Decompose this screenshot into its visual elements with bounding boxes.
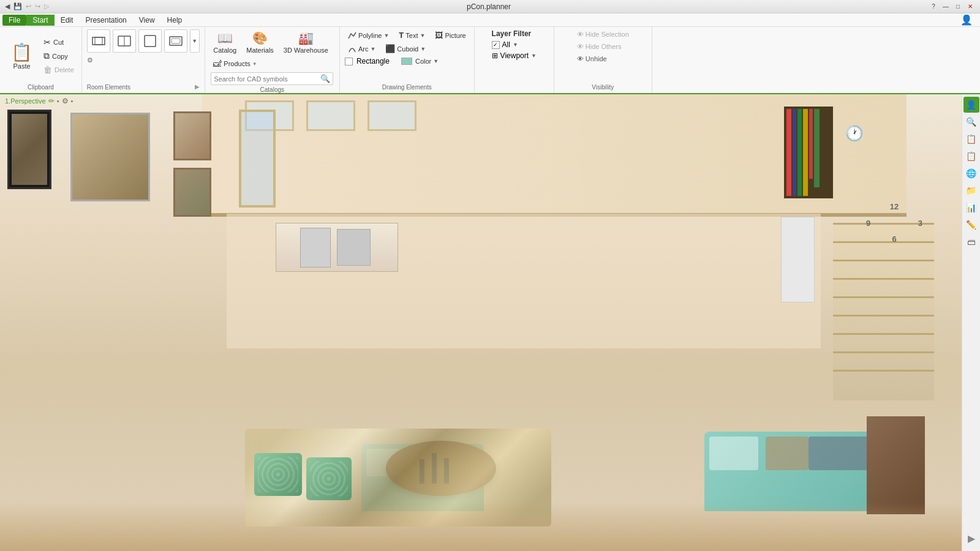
catalog-button[interactable]: 📖 Catalog xyxy=(211,29,239,55)
room-options-btn[interactable]: ⚙ xyxy=(87,56,93,64)
rectangle-checkbox[interactable] xyxy=(345,58,353,66)
color-label: Color xyxy=(415,58,431,65)
unhide-button[interactable]: 👁 Unhide xyxy=(574,54,610,64)
hide-others-button[interactable]: 👁 Hide Others xyxy=(574,42,625,51)
menu-view[interactable]: View xyxy=(133,15,161,26)
color-button[interactable]: Color ▼ xyxy=(398,56,442,66)
play-icon[interactable]: ▷ xyxy=(44,2,49,10)
sidebar-objects-icon[interactable]: 📋 xyxy=(963,148,979,164)
warehouse-button[interactable]: 🏭 3D Warehouse xyxy=(281,29,331,55)
room-icon-1[interactable] xyxy=(87,29,110,53)
room-icon-3[interactable] xyxy=(138,29,162,53)
cuboid-button[interactable]: ⬛ Cuboid ▼ xyxy=(382,43,429,54)
cuboid-icon: ⬛ xyxy=(385,44,395,53)
products-row: 🛋 Products ▼ xyxy=(213,59,257,69)
text-label: Text xyxy=(405,32,418,39)
viewport-row: ⊞ Viewport ▼ xyxy=(492,51,537,60)
room-icon-2[interactable] xyxy=(113,29,136,53)
viewport-wrapper: 🕐 xyxy=(0,94,980,551)
color-swatch xyxy=(401,58,412,65)
cad-search-box[interactable]: 🔍 xyxy=(211,72,333,85)
copy-button[interactable]: ⧉ Copy xyxy=(41,50,77,62)
menu-presentation[interactable]: Presentation xyxy=(79,15,132,26)
cad-search-input[interactable] xyxy=(214,75,320,83)
sidebar-stack-icon[interactable]: 🗃 xyxy=(963,234,979,250)
polyline-button[interactable]: Polyline ▼ xyxy=(345,29,392,41)
hide-selection-icon: 👁 xyxy=(577,31,584,38)
save-icon[interactable]: 💾 xyxy=(13,2,22,10)
right-sidebar: 👤 🔍 📋 📋 🌐 📁 📊 ✏️ 🗃 ▶ xyxy=(962,94,980,551)
cut-label: Cut xyxy=(53,39,64,46)
app-title: pCon.planner xyxy=(49,2,929,11)
paste-button[interactable]: 📋 Paste xyxy=(5,39,39,73)
layer-filter-title: Layer Filter xyxy=(492,29,532,38)
window-1 xyxy=(239,110,276,208)
visibility-label: Visibility xyxy=(592,83,614,91)
menu-file[interactable]: File xyxy=(2,15,26,26)
menu-start[interactable]: Start xyxy=(26,15,54,26)
room-icons-row1: ▼ xyxy=(87,29,200,53)
materials-button[interactable]: 🎨 Materials xyxy=(244,29,276,55)
sidebar-layers-icon[interactable]: 📋 xyxy=(963,131,979,147)
clock-6: 6 xyxy=(892,234,896,244)
warehouse-icon: 🏭 xyxy=(298,31,314,45)
pouf-1 xyxy=(254,453,302,496)
drawing-row3: Rectangle Color ▼ xyxy=(345,56,442,66)
help-btn[interactable]: ? xyxy=(929,2,938,12)
sidebar-edit-icon[interactable]: ✏️ xyxy=(963,217,979,233)
room-elements-group: ▼ ⚙ Room Elements ▶ xyxy=(82,27,205,93)
viewport-arrow: ▼ xyxy=(531,53,537,59)
unhide-icon: 👁 xyxy=(577,55,584,62)
maximize-btn[interactable]: □ xyxy=(953,2,963,12)
sidebar-chart-icon[interactable]: 📊 xyxy=(963,200,979,216)
room-icon-4[interactable] xyxy=(164,29,187,53)
hide-selection-button[interactable]: 👁 Hide Selection xyxy=(574,29,632,39)
arc-button[interactable]: Arc ▼ xyxy=(345,43,379,54)
products-button[interactable]: 🛋 Products ▼ xyxy=(211,58,333,70)
materials-label: Materials xyxy=(246,47,274,54)
materials-icon: 🎨 xyxy=(252,31,268,45)
clipboard-content: 📋 Paste ✂ Cut ⧉ Copy 🗑 Delete xyxy=(5,29,77,83)
sidebar-collapse-icon[interactable]: ▶ xyxy=(963,530,979,546)
viewport-label: Viewport xyxy=(500,51,529,60)
drawing-content: Polyline ▼ T Text ▼ 🖼 Picture Arc ▼ xyxy=(345,29,469,83)
layer-all-arrow: ▼ xyxy=(513,42,518,48)
cut-button[interactable]: ✂ Cut xyxy=(41,36,77,48)
clock-face: 12 3 9 6 xyxy=(876,204,913,241)
polyline-arrow: ▼ xyxy=(383,32,389,39)
layer-checkbox[interactable]: ✓ xyxy=(492,41,500,49)
delete-button[interactable]: 🗑 Delete xyxy=(41,64,77,76)
edit-view-icon[interactable]: ✏ xyxy=(48,97,55,105)
photo-frame-bot xyxy=(173,168,211,217)
user-icon[interactable]: 👤 xyxy=(960,14,973,26)
artwork-frame-left xyxy=(7,110,51,189)
text-button[interactable]: T Text ▼ xyxy=(396,29,428,41)
hide-others-label: Hide Others xyxy=(586,43,622,50)
redo-icon[interactable]: ↪ xyxy=(35,2,40,10)
arc-label: Arc xyxy=(358,45,369,53)
products-label: Products xyxy=(224,60,250,67)
viewport[interactable]: 🕐 xyxy=(0,94,980,551)
catalog-bottom: 🛋 Products ▼ 🔍 xyxy=(211,58,333,85)
back-icon[interactable]: ◀ xyxy=(5,2,10,10)
search-icon[interactable]: 🔍 xyxy=(320,74,330,83)
svg-rect-4 xyxy=(145,36,156,47)
menu-help[interactable]: Help xyxy=(161,15,189,26)
menu-edit[interactable]: Edit xyxy=(55,15,80,26)
sidebar-folder-icon[interactable]: 📁 xyxy=(963,182,979,198)
undo-icon[interactable]: ↩ xyxy=(26,2,31,10)
hide-selection-label: Hide Selection xyxy=(586,31,629,38)
room-elements-sub: ⚙ xyxy=(87,55,93,64)
sidebar-search-icon[interactable]: 🔍 xyxy=(963,114,979,130)
side-cabinet xyxy=(867,416,925,514)
bookshelf-upper xyxy=(784,107,833,198)
minimize-btn[interactable]: — xyxy=(941,2,951,12)
room-elements-expand[interactable]: ▶ xyxy=(195,83,200,90)
products-icon: 🛋 xyxy=(213,59,222,69)
sidebar-globe-icon[interactable]: 🌐 xyxy=(963,165,979,181)
picture-button[interactable]: 🖼 Picture xyxy=(432,29,469,41)
sidebar-user-icon[interactable]: 👤 xyxy=(963,97,979,113)
close-btn[interactable]: ✕ xyxy=(965,2,975,12)
room-icon-dropdown[interactable]: ▼ xyxy=(190,29,200,53)
view-settings-icon[interactable]: ⚙ xyxy=(62,97,69,105)
